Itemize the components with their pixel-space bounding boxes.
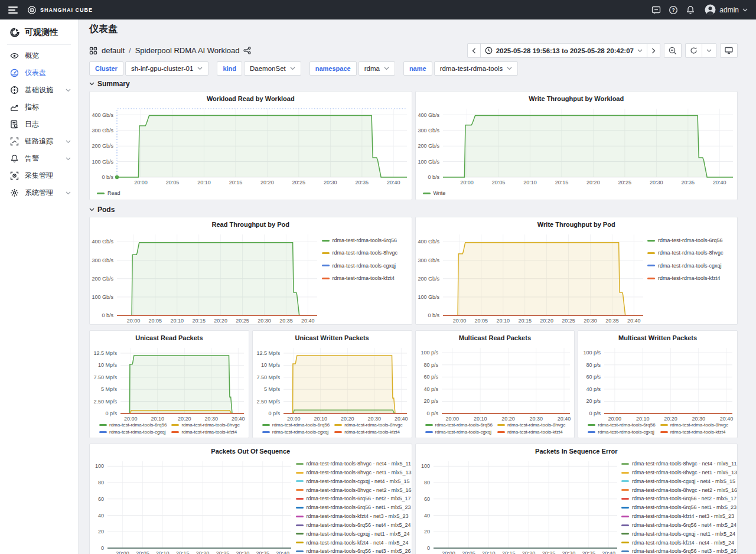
filter-value-kind[interactable]: DaemonSet <box>244 61 301 76</box>
panel-title[interactable]: Read Throughput by Pod <box>90 217 412 230</box>
legend-item[interactable]: rdma-test-rdma-tools-8hvgc - net4 - mlx5… <box>296 461 411 467</box>
sidebar-item-logs[interactable]: 日志 <box>0 116 78 133</box>
legend-item[interactable]: rdma-test-rdma-tools-cgxqj <box>99 429 167 435</box>
filter-value-name[interactable]: rdma-test-rdma-tools <box>434 61 519 76</box>
time-range-picker[interactable]: 2025-05-28 19:56:13 to 2025-05-28 20:42:… <box>480 43 647 58</box>
message-icon[interactable] <box>651 5 661 15</box>
legend-item[interactable]: rdma-test-rdma-tools-6rq56 - net4 - mlx5… <box>621 522 737 528</box>
legend-item[interactable]: rdma-test-rdma-tools-8hvgc <box>497 422 565 428</box>
chart-plot[interactable]: 0 b/s100 Gb/s200 Gb/s300 Gb/s400 Gb/s20:… <box>90 230 322 324</box>
sidebar-item-system[interactable]: 系统管理 <box>0 184 78 201</box>
legend-item[interactable]: rdma-test-rdma-tools-6rq56 <box>425 422 493 428</box>
notification-bell-icon[interactable] <box>686 5 695 15</box>
legend-item[interactable]: rdma-test-rdma-tools-6rq56 - net2 - mlx5… <box>621 496 737 501</box>
panel-title[interactable]: Unicast Read Packets <box>90 331 249 344</box>
panel-title[interactable]: Write Throughput by Pod <box>416 217 738 230</box>
legend-item[interactable]: rdma-test-rdma-tools-6rq56 <box>322 237 397 243</box>
share-icon[interactable] <box>243 47 251 54</box>
sidebar-item-collection[interactable]: 采集管理 <box>0 167 78 184</box>
legend-item[interactable]: Read <box>97 190 120 196</box>
legend-item[interactable]: rdma-test-rdma-tools-8hvgc - net1 - mlx5… <box>621 470 737 475</box>
sidebar-item-tracing[interactable]: 链路追踪 <box>0 133 78 150</box>
section-summary-toggle[interactable]: Summary <box>89 80 738 88</box>
chart-plot[interactable]: 0 b/s100 Gb/s200 Gb/s300 Gb/s400 Gb/s20:… <box>90 105 412 186</box>
legend-item[interactable]: rdma-test-rdma-tools-6rq56 <box>262 422 330 428</box>
legend-item[interactable]: rdma-test-rdma-tools-cgxqj <box>588 429 655 435</box>
chart-plot[interactable]: 0 b/s100 Gb/s200 Gb/s300 Gb/s400 Gb/s20:… <box>416 230 648 324</box>
chart-plot[interactable]: 0 b/s100 Gb/s200 Gb/s300 Gb/s400 Gb/s20:… <box>416 105 738 186</box>
legend-item[interactable]: rdma-test-rdma-tools-8hvgc <box>647 250 724 256</box>
legend-item[interactable]: rdma-test-rdma-tools-cgxqj - net1 - mlx5… <box>621 531 735 537</box>
filter-value-namespace[interactable]: rdma <box>359 61 395 76</box>
panel-title[interactable]: Workload Read by Workload <box>90 92 412 105</box>
chart-plot[interactable]: 02040608010020:0020:0520:1020:1520:2020:… <box>416 457 622 554</box>
legend-item[interactable]: rdma-test-rdma-tools-kfzt4 <box>660 429 728 435</box>
filter-value-cluster[interactable]: sh-inf-gpu-cluster-01 <box>125 61 208 76</box>
chart-plot[interactable]: 0 p/s20 p/s40 p/s60 p/s80 p/s100 p/s20:0… <box>416 344 575 422</box>
legend-item[interactable]: rdma-test-rdma-tools-6rq56 - net2 - mlx5… <box>296 496 411 501</box>
legend-item[interactable]: rdma-test-rdma-tools-6rq56 <box>588 422 655 428</box>
menu-toggle-icon[interactable] <box>8 6 18 14</box>
panel-title[interactable]: Packets Out Of Sequence <box>90 444 412 457</box>
legend-item[interactable]: rdma-test-rdma-tools-6rq56 - net4 - mlx5… <box>296 522 411 528</box>
kiosk-mode-button[interactable] <box>720 43 738 58</box>
legend-item[interactable]: rdma-test-rdma-tools-cgxqj <box>647 263 722 269</box>
zoom-out-button[interactable] <box>664 43 682 58</box>
section-pods-toggle[interactable]: Pods <box>89 206 738 214</box>
legend-item[interactable]: rdma-test-rdma-tools-cgxqj <box>322 263 396 269</box>
chart-plot[interactable]: 02040608010020:0020:0520:1020:1520:2020:… <box>90 457 296 554</box>
panel-title[interactable]: Multicast Written Packets <box>578 331 737 344</box>
user-menu[interactable]: admin <box>705 4 748 15</box>
legend-item[interactable]: rdma-test-rdma-tools-kfzt4 <box>334 429 402 435</box>
dashboard-grid-icon[interactable] <box>89 47 97 55</box>
sidebar-item-alerts[interactable]: 告警 <box>0 150 78 167</box>
panel-title[interactable]: Write Throughput by Workload <box>416 92 738 105</box>
legend-item[interactable]: rdma-test-rdma-tools-8hvgc <box>660 422 728 428</box>
legend-item[interactable]: rdma-test-rdma-tools-8hvgc - net2 - mlx5… <box>621 487 737 493</box>
legend-item[interactable]: rdma-test-rdma-tools-cgxqj <box>262 429 330 435</box>
time-shift-forward-button[interactable] <box>647 43 660 58</box>
refresh-interval-dropdown[interactable] <box>702 43 716 58</box>
legend-item[interactable]: Write <box>423 190 446 196</box>
breadcrumb-folder[interactable]: default <box>102 46 125 55</box>
legend-item[interactable]: rdma-test-rdma-tools-kfzt4 <box>497 429 565 435</box>
panel-title[interactable]: Unicast Written Packets <box>253 331 412 344</box>
legend-item[interactable]: rdma-test-rdma-tools-6rq56 - net1 - mlx5… <box>621 504 737 510</box>
legend-item[interactable]: rdma-test-rdma-tools-8hvgc <box>322 250 398 256</box>
panel-title[interactable]: Packets In Sequence Error <box>416 444 738 457</box>
legend-item[interactable]: rdma-test-rdma-tools-8hvgc - net1 - mlx5… <box>296 470 412 475</box>
legend-item[interactable]: rdma-test-rdma-tools-kfzt4 - net4 - mlx5… <box>296 540 409 546</box>
legend-item[interactable]: rdma-test-rdma-tools-8hvgc <box>171 422 239 428</box>
legend-item[interactable]: rdma-test-rdma-tools-8hvgc - net2 - mlx5… <box>296 487 412 493</box>
legend-item[interactable]: rdma-test-rdma-tools-cgxqj - net4 - mlx5… <box>621 478 735 484</box>
legend-item[interactable]: rdma-test-rdma-tools-kfzt4 <box>647 275 721 281</box>
legend-item[interactable]: rdma-test-rdma-tools-kfzt4 <box>171 429 239 435</box>
legend-item[interactable]: rdma-test-rdma-tools-6rq56 - net3 - mlx5… <box>621 548 737 554</box>
legend-item[interactable]: rdma-test-rdma-tools-6rq56 - net3 - mlx5… <box>296 548 411 554</box>
chart-plot[interactable]: 0 p/s2.50 Mp/s5 Mp/s7.50 Mp/s10 Mp/s12.5… <box>253 344 412 422</box>
sidebar-item-infrastructure[interactable]: 基础设施 <box>0 82 78 99</box>
time-shift-back-button[interactable] <box>467 43 481 58</box>
sidebar-item-overview[interactable]: 概览 <box>0 47 78 64</box>
legend-item[interactable]: rdma-test-rdma-tools-kfzt4 - net3 - mlx5… <box>296 513 409 519</box>
brand[interactable]: SHANGHAI CUBE <box>27 5 93 15</box>
help-icon[interactable]: ? <box>669 5 678 15</box>
sidebar-item-dashboards[interactable]: 仪表盘 <box>0 64 78 82</box>
breadcrumb-dashboard[interactable]: Spiderpool RDMA AI Workload <box>135 46 240 55</box>
legend-item[interactable]: rdma-test-rdma-tools-kfzt4 <box>322 275 395 281</box>
legend-item[interactable]: rdma-test-rdma-tools-6rq56 <box>647 237 723 243</box>
legend-item[interactable]: rdma-test-rdma-tools-cgxqj - net1 - mlx5… <box>296 531 410 537</box>
sidebar-item-metrics[interactable]: 指标 <box>0 99 78 116</box>
legend-item[interactable]: rdma-test-rdma-tools-6rq56 <box>99 422 167 428</box>
legend-item[interactable]: rdma-test-rdma-tools-cgxqj <box>425 429 493 435</box>
chart-plot[interactable]: 0 p/s2.50 Mp/s5 Mp/s7.50 Mp/s10 Mp/s12.5… <box>90 344 249 422</box>
legend-item[interactable]: rdma-test-rdma-tools-6rq56 - net1 - mlx5… <box>296 504 411 510</box>
legend-item[interactable]: rdma-test-rdma-tools-8hvgc <box>334 422 402 428</box>
legend-item[interactable]: rdma-test-rdma-tools-kfzt4 - net3 - mlx5… <box>621 513 734 519</box>
legend-item[interactable]: rdma-test-rdma-tools-8hvgc - net4 - mlx5… <box>621 461 737 467</box>
refresh-button[interactable] <box>685 43 702 58</box>
legend-item[interactable]: rdma-test-rdma-tools-cgxqj - net4 - mlx5… <box>296 478 410 484</box>
panel-title[interactable]: Multicast Read Packets <box>416 331 575 344</box>
legend-item[interactable]: rdma-test-rdma-tools-kfzt4 - net4 - mlx5… <box>621 540 734 546</box>
chart-plot[interactable]: 0 p/s20 p/s40 p/s60 p/s80 p/s100 p/s20:0… <box>578 344 737 422</box>
